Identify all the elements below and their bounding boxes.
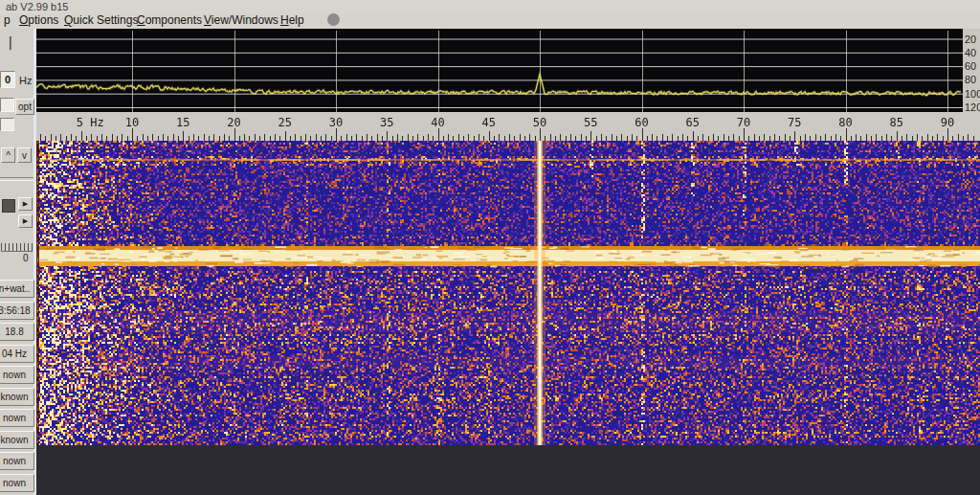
sidebar-stack-button-2[interactable]: 18.8 [0, 323, 34, 341]
menu-item-components[interactable]: Components [137, 13, 202, 29]
menu-item-help[interactable]: Help [280, 13, 304, 29]
frequency-ruler[interactable] [36, 112, 980, 141]
menu-item-p[interactable]: p [4, 13, 11, 29]
scroll-up-button[interactable]: ^ [1, 147, 15, 163]
sidebar-divider [0, 177, 33, 181]
mini-ruler [1, 243, 33, 252]
waterfall-empty-area [36, 445, 980, 495]
spectrum-plot[interactable] [36, 29, 980, 112]
scroll-down-button[interactable]: v [17, 147, 32, 163]
right-arrow-button[interactable]: ▶ [18, 197, 33, 211]
sidebar-stack-button-3[interactable]: 04 Hz [0, 345, 34, 363]
menu-item-view-windows[interactable]: View/Windows [204, 13, 278, 29]
db-scale-label-80: 80 [965, 74, 980, 85]
value-box[interactable] [0, 98, 14, 112]
sidebar-stack-button-8[interactable]: nown [0, 452, 34, 470]
sidebar-stack-button-4[interactable]: nown [0, 366, 34, 384]
control-sidebar: | 0 Hz opt ^ v ▶ ▶ 0 n+wat..3:56:1818.80… [0, 29, 36, 495]
db-scale-label-40: 40 [965, 47, 980, 58]
menu-bar: pOptionsQuick SettingsComponentsView/Win… [0, 13, 980, 29]
sidebar-stack-button-1[interactable]: 3:56:18 [0, 302, 34, 320]
right-arrow-button-2[interactable]: ▶ [18, 214, 33, 228]
sidebar-button-stack: n+wat..3:56:1818.804 Hznownknownnownknow… [0, 280, 34, 492]
waterfall-display[interactable] [36, 141, 980, 445]
mini-ruler-zero-label: 0 [23, 253, 29, 263]
cursor-mark: | [9, 34, 12, 50]
sidebar-stack-button-7[interactable]: known [0, 431, 34, 449]
window-title: ab V2.99 b15 [0, 0, 980, 13]
menu-item-options[interactable]: Options [19, 13, 58, 29]
sidebar-stack-button-9[interactable]: nown [0, 474, 34, 492]
value-box-2[interactable] [0, 118, 14, 131]
frequency-input[interactable]: 0 [0, 71, 15, 88]
options-button[interactable]: opt [15, 99, 34, 115]
sidebar-stack-button-5[interactable]: known [0, 388, 34, 406]
sidebar-stack-button-6[interactable]: nown [0, 409, 34, 427]
db-scale-label-20: 20 [965, 34, 980, 45]
status-dot-icon [327, 13, 340, 26]
db-scale-label-60: 60 [965, 60, 980, 72]
hz-unit-label: Hz [19, 75, 32, 86]
menu-item-quick-settings[interactable]: Quick Settings [64, 13, 138, 29]
color-swatch[interactable] [2, 199, 15, 213]
db-scale-label-100: 100 [965, 88, 980, 100]
sidebar-stack-button-0[interactable]: n+wat.. [0, 280, 34, 298]
